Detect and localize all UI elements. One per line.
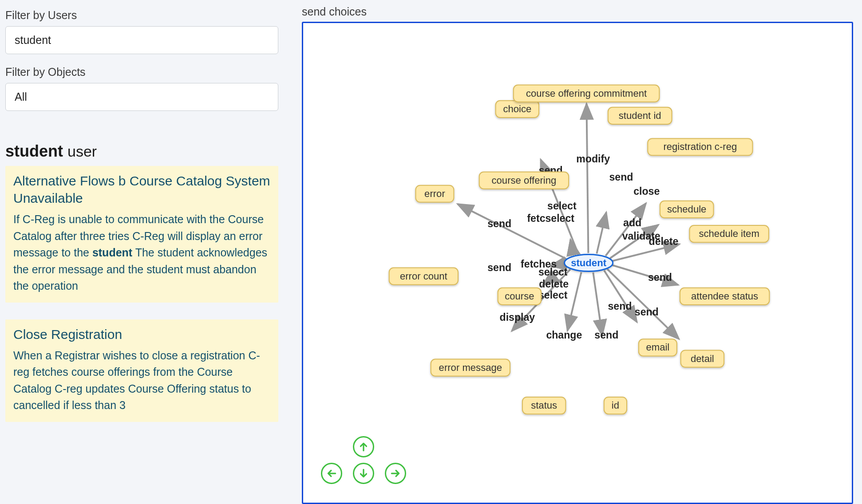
- filter-objects-value: All: [15, 91, 27, 103]
- graph-node[interactable]: student id: [608, 107, 672, 124]
- graph-node[interactable]: detail: [681, 350, 724, 367]
- graph-edge-label: modify: [576, 153, 610, 165]
- graph-node-label: registration c-reg: [663, 141, 737, 152]
- graph-node-label: course: [505, 291, 534, 302]
- sidebar: Filter by Users student Filter by Object…: [0, 0, 284, 504]
- graph-node-label: student: [571, 257, 606, 268]
- graph-edge-label: select: [538, 266, 568, 278]
- nav-arrows: [321, 436, 410, 489]
- graph-edge: [593, 272, 602, 335]
- graph-node-label: attendee status: [691, 291, 758, 302]
- graph-edge-label: change: [546, 329, 582, 341]
- entity-name: student: [5, 142, 63, 160]
- graph-edge: [597, 213, 606, 254]
- graph-frame[interactable]: sendmodifysendcloseselectfetcselectsenda…: [302, 22, 853, 504]
- usecase-card[interactable]: Close Registration When a Registrar wish…: [5, 319, 278, 422]
- usecase-card-title: Close Registration: [13, 326, 270, 343]
- graph-edge-label: display: [500, 311, 535, 323]
- graph-node[interactable]: email: [639, 339, 677, 356]
- arrow-up-icon: [358, 441, 369, 453]
- graph-node-label: error message: [439, 362, 502, 373]
- graph-edge-label: send: [608, 300, 632, 312]
- usecase-card[interactable]: Alternative Flows b Course Catalog Syste…: [5, 166, 278, 303]
- graph-node[interactable]: schedule item: [689, 225, 768, 242]
- graph-edge-label: select: [538, 289, 568, 301]
- graph-node-label: error count: [400, 271, 447, 282]
- main: send choices sendmodifysendcloseselectfe…: [284, 0, 862, 504]
- graph-edge-label: fetcselect: [527, 213, 574, 224]
- nav-down-button[interactable]: [353, 463, 374, 484]
- graph-edge-label: add: [623, 217, 641, 228]
- arrow-right-icon: [390, 468, 401, 479]
- graph-edge: [604, 271, 637, 322]
- graph-center-node[interactable]: student: [565, 254, 613, 271]
- arrow-left-icon: [326, 468, 337, 479]
- graph-node[interactable]: choice: [496, 101, 539, 118]
- graph-node[interactable]: attendee status: [680, 288, 769, 305]
- filter-objects-select[interactable]: All: [5, 83, 278, 111]
- graph-node-label: schedule: [667, 204, 706, 215]
- graph-node-label: error: [424, 188, 445, 199]
- graph-node[interactable]: status: [522, 397, 565, 414]
- graph-edge-label: send: [635, 306, 659, 318]
- filter-users-select[interactable]: student: [5, 26, 278, 54]
- graph-node-label: choice: [503, 103, 531, 114]
- arrow-down-icon: [358, 468, 369, 479]
- filter-users-label: Filter by Users: [5, 9, 279, 22]
- graph-node-label: id: [612, 400, 619, 411]
- graph-canvas[interactable]: sendmodifysendcloseselectfetcselectsenda…: [303, 23, 852, 503]
- nav-right-button[interactable]: [385, 463, 406, 484]
- entity-type: user: [67, 143, 97, 160]
- usecase-card-title: Alternative Flows b Course Catalog Syste…: [13, 172, 270, 207]
- graph-edge-label: close: [633, 185, 660, 197]
- graph-edge-label: select: [547, 200, 577, 212]
- graph-node[interactable]: course offering commitment: [514, 85, 660, 102]
- graph-node[interactable]: id: [604, 397, 627, 414]
- graph-node-label: email: [646, 342, 669, 353]
- graph-edge-label: send: [594, 329, 618, 341]
- filter-users-value: student: [15, 34, 51, 46]
- graph-edge: [586, 104, 588, 253]
- nav-up-button[interactable]: [353, 436, 374, 457]
- graph-edge-label: send: [609, 171, 633, 183]
- nav-left-button[interactable]: [321, 463, 342, 484]
- graph-node-label: student id: [619, 110, 661, 121]
- graph-node[interactable]: schedule: [660, 201, 714, 218]
- entity-heading: student user: [5, 142, 279, 161]
- graph-edge-label: delete: [539, 278, 569, 290]
- graph-edge-label: send: [648, 272, 672, 283]
- graph-node[interactable]: error count: [389, 268, 458, 285]
- graph-node-label: status: [531, 400, 557, 411]
- graph-node-label: course offering commitment: [526, 88, 647, 99]
- graph-node-label: detail: [691, 353, 714, 364]
- graph-node[interactable]: registration c-reg: [648, 138, 752, 155]
- usecase-card-body: If C-Reg is unable to communicate with t…: [13, 211, 270, 295]
- graph-node[interactable]: error: [415, 185, 454, 202]
- filter-objects-label: Filter by Objects: [5, 66, 279, 79]
- graph-node[interactable]: course offering: [479, 172, 569, 189]
- graph-node[interactable]: error message: [431, 359, 510, 376]
- graph-title: send choices: [302, 5, 853, 18]
- graph-edge-label: send: [487, 218, 511, 229]
- graph-edge-label: delete: [649, 236, 679, 247]
- graph-edge-label: send: [487, 262, 511, 273]
- graph-node-label: course offering: [492, 175, 557, 186]
- graph-node-label: schedule item: [699, 228, 759, 239]
- graph-edge: [567, 272, 581, 331]
- graph-node[interactable]: course: [498, 288, 541, 305]
- usecase-card-body: When a Registrar wishes to close a regis…: [13, 347, 270, 414]
